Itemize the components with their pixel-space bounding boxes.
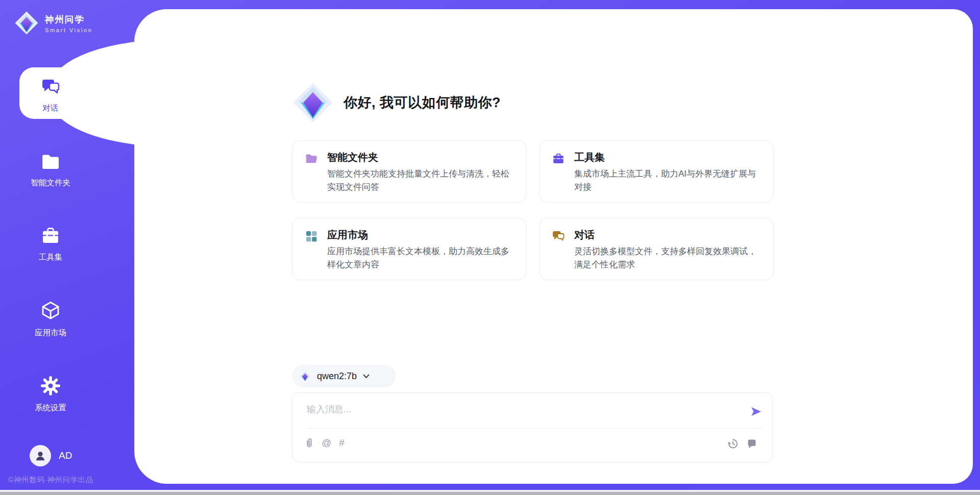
greeting-block: 你好, 我可以如何帮助你? [292,82,501,123]
feature-card-smart-folder[interactable]: 智能文件夹 智能文件夹功能支持批量文件上传与清洗，轻松实现文件问答 [292,140,527,203]
grid-icon [305,230,318,243]
brand-subtitle: Smart Vision [45,27,92,33]
sidebar-footer: ©神州数码·神州问学出品 [8,475,126,485]
sidebar-item-label: 工具集 [39,252,63,263]
card-desc: 应用市场提供丰富长文本模板，助力高效生成多样化文章内容 [327,245,515,271]
chevron-down-icon [363,374,370,379]
sidebar-item-smart-folder[interactable]: 智能文件夹 [0,151,101,188]
toolbox-icon [40,226,61,248]
card-title: 应用市场 [327,228,514,242]
mention-icon[interactable]: @ [322,437,331,449]
brand-name: 神州问学 [45,13,92,26]
feature-card-app-market[interactable]: 应用市场 应用市场提供丰富长文本模板，助力高效生成多样化文章内容 [292,218,527,280]
message-input[interactable]: 输入消息... @ # [292,392,773,462]
card-desc: 集成市场上主流工具，助力AI与外界无缝扩展与对接 [574,167,762,194]
feature-card-chat[interactable]: 对话 灵活切换多模型文件，支持多样回复效果调试，满足个性化需求 [539,218,774,280]
card-desc: 智能文件夹功能支持批量文件上传与清洗，轻松实现文件问答 [327,167,515,194]
gear-icon [40,375,61,399]
sidebar-item-label: 应用市场 [35,328,66,338]
chat-icon [552,230,565,243]
user-avatar [30,445,51,466]
user-account[interactable]: AD [30,445,72,466]
folder-icon [40,151,61,174]
cube-icon [40,300,61,324]
composer-tools-right [727,438,757,449]
card-title: 工具集 [574,151,761,164]
user-name: AD [59,450,72,461]
greeting-title: 你好, 我可以如何帮助你? [344,93,501,112]
main-panel: 你好, 我可以如何帮助你? 智能文件夹 智能文件夹功能支持批量文件上传与清洗，轻… [134,9,973,484]
assistant-logo-icon [292,82,334,123]
paperclip-icon[interactable] [305,437,314,449]
app-window: 神州问学 Smart Vision 对话 [0,0,980,495]
card-title: 智能文件夹 [327,151,514,164]
composer-divider [306,428,762,429]
brand: 神州问学 Smart Vision [14,11,92,35]
sidebar-item-label: 系统设置 [35,403,66,413]
sidebar-item-settings[interactable]: 系统设置 [0,375,101,413]
feature-card-toolset[interactable]: 工具集 集成市场上主流工具，助力AI与外界无缝扩展与对接 [539,140,774,203]
message-placeholder: 输入消息... [307,403,351,415]
sidebar-item-label: 对话 [43,103,59,114]
window-edge-dark [0,492,980,495]
card-title: 对话 [574,228,761,242]
card-desc: 灵活切换多模型文件，支持多样回复效果调试，满足个性化需求 [574,245,762,271]
toolbox-icon [552,152,565,165]
brand-logo-icon [14,11,39,35]
comment-icon[interactable] [747,438,757,449]
send-icon[interactable] [750,406,762,417]
feature-cards: 智能文件夹 智能文件夹功能支持批量文件上传与清洗，轻松实现文件问答 工具集 集成… [292,140,774,280]
sidebar-item-app-market[interactable]: 应用市场 [0,300,101,338]
chat-icon [40,77,61,99]
model-logo-icon [299,370,311,382]
folder-open-icon [305,152,318,165]
sidebar-item-toolset[interactable]: 工具集 [0,226,101,263]
history-icon[interactable] [727,438,738,449]
sidebar-item-label: 智能文件夹 [31,178,70,188]
composer-tools-left: @ # [305,437,345,449]
hash-icon[interactable]: # [339,437,345,449]
model-selector[interactable]: qwen2:7b [292,365,396,387]
sidebar-item-chat[interactable]: 对话 [0,77,101,114]
model-name: qwen2:7b [317,371,357,382]
